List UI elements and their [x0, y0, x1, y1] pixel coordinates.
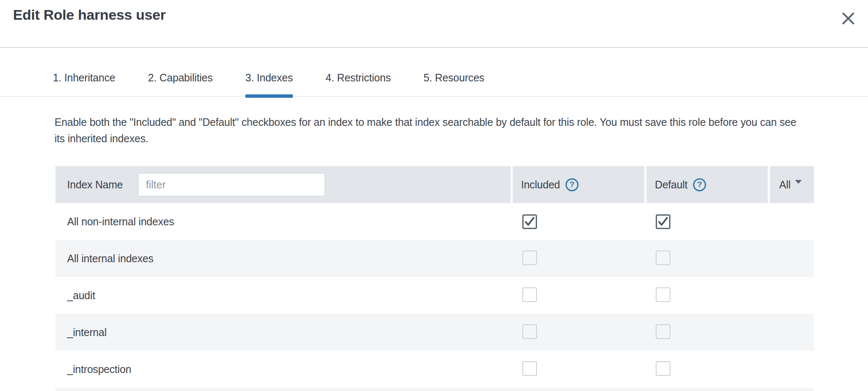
all-dropdown[interactable]: All [779, 179, 802, 191]
column-header-all: All [770, 166, 814, 203]
column-header-included: Included ? [513, 166, 644, 203]
included-checkbox[interactable] [522, 324, 537, 339]
included-cell [514, 287, 648, 304]
table-header-row: Index Name Included ? Default ? All [55, 166, 814, 203]
table-row: _audit [55, 277, 814, 314]
default-checkbox[interactable] [656, 361, 670, 376]
column-header-default: Default ? [646, 166, 768, 203]
default-label: Default [655, 179, 688, 191]
included-checkbox[interactable] [522, 287, 537, 302]
default-checkbox[interactable] [656, 324, 670, 339]
tab-indexes[interactable]: 3. Indexes [245, 72, 293, 98]
page-title: Edit Role harness user [13, 7, 166, 23]
chevron-down-icon [795, 180, 802, 184]
index-name-cell: All internal indexes [55, 253, 514, 265]
included-checkbox[interactable] [522, 250, 537, 265]
index-name-label: Index Name [67, 179, 123, 191]
close-button[interactable] [839, 9, 858, 28]
table-row: _internal [55, 314, 814, 351]
column-header-index-name: Index Name [55, 166, 511, 203]
index-name-cell: _internal [55, 326, 514, 339]
included-cell [514, 214, 648, 229]
table-row: All non-internal indexes [55, 203, 814, 240]
default-checkbox[interactable] [656, 250, 670, 265]
index-name-cell: All non-internal indexes [55, 216, 514, 228]
default-cell [648, 361, 772, 378]
included-label: Included [521, 179, 560, 191]
included-cell [514, 324, 648, 341]
filter-input[interactable] [138, 173, 325, 196]
tab-resources[interactable]: 5. Resources [424, 72, 485, 98]
tab-capabilities[interactable]: 2. Capabilities [148, 72, 213, 98]
tab-bar: 1. Inheritance 2. Capabilities 3. Indexe… [0, 48, 868, 96]
tab-inheritance[interactable]: 1. Inheritance [53, 72, 115, 98]
tab-restrictions[interactable]: 4. Restrictions [326, 72, 391, 98]
all-dropdown-label: All [779, 179, 790, 191]
index-name-cell: _audit [55, 289, 514, 302]
included-cell [514, 361, 648, 378]
indexes-table: Index Name Included ? Default ? All All … [55, 166, 814, 391]
default-cell [648, 214, 772, 229]
table-row: All internal indexes [55, 240, 814, 277]
default-help-icon[interactable]: ? [693, 178, 706, 191]
included-help-icon[interactable]: ? [566, 178, 579, 191]
default-cell [648, 287, 772, 304]
edit-role-modal: Edit Role harness user 1. Inheritance 2.… [0, 0, 868, 391]
indexes-description: Enable both the "Included" and "Default"… [55, 114, 808, 147]
close-icon [842, 12, 855, 25]
default-cell [648, 250, 772, 267]
modal-header: Edit Role harness user [0, 0, 868, 48]
included-cell [514, 250, 648, 267]
included-checkbox[interactable] [522, 361, 537, 376]
index-name-cell: _introspection [55, 363, 514, 375]
default-checkbox[interactable] [656, 287, 670, 302]
included-checkbox[interactable] [522, 214, 537, 229]
table-row: _introspection [55, 351, 814, 388]
table-row-partial [55, 388, 814, 391]
default-cell [648, 324, 772, 341]
default-checkbox[interactable] [656, 214, 670, 229]
